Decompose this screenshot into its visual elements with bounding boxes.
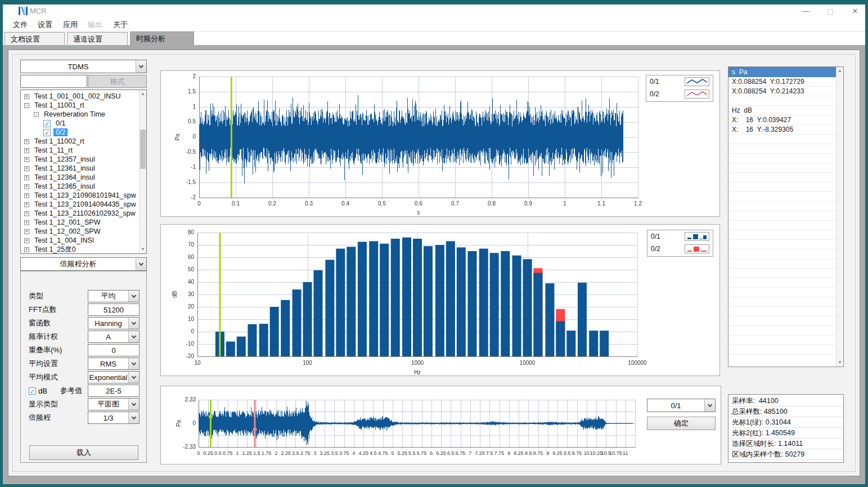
menu-settings[interactable]: 设置 xyxy=(32,18,58,32)
collapse-minus-icon[interactable]: - xyxy=(24,103,29,108)
tree-item-label[interactable]: Test 1_12_002_SPW xyxy=(32,227,102,235)
form-select[interactable]: 1/3 xyxy=(88,412,140,424)
tree-item-label[interactable]: 0/2 xyxy=(53,128,68,136)
tree-item[interactable]: +Test 1_001_001_002_INSU xyxy=(21,92,138,101)
filter-input[interactable] xyxy=(20,75,87,88)
chevron-down-icon[interactable] xyxy=(136,258,146,270)
expand-plus-icon[interactable]: + xyxy=(24,229,29,234)
tree-item-label[interactable]: Test 1_11001_rt xyxy=(32,101,87,109)
chevron-down-icon[interactable] xyxy=(128,318,139,329)
tree-item[interactable]: +Test 1_12361_insul xyxy=(21,164,138,173)
tree-item-label[interactable]: Test 1_11_rt xyxy=(32,146,75,154)
scroll-up-icon[interactable]: ▲ xyxy=(140,90,146,98)
expand-plus-icon[interactable]: + xyxy=(24,220,29,225)
form-input[interactable] xyxy=(88,303,140,316)
form-select[interactable]: 平面图 xyxy=(88,398,140,410)
expand-plus-icon[interactable]: + xyxy=(24,94,29,99)
tree-item-label[interactable]: Test 1_12_001_SPW xyxy=(32,218,102,226)
tree-scrollbar[interactable]: ▲ ▼ xyxy=(139,90,146,253)
tree-item[interactable]: +Test 1_123_210908101941_spw xyxy=(21,191,138,200)
scroll-down-icon[interactable]: ▼ xyxy=(836,359,843,367)
tree-item[interactable]: +Test 1_11002_rt xyxy=(21,137,138,146)
reading-row[interactable]: X:0.088254 Y:0.214233 xyxy=(728,87,836,96)
checkbox[interactable]: ✓ xyxy=(43,120,51,127)
tree-item-label[interactable]: Test 1_12365_insul xyxy=(32,182,97,190)
menu-file[interactable]: 文件 xyxy=(7,18,33,32)
close-button[interactable]: ✕ xyxy=(847,6,863,17)
tree-item-label[interactable]: Test 1_11002_rt xyxy=(32,137,87,145)
tree-item[interactable]: +Test 1_12364_insul xyxy=(21,173,138,182)
form-select[interactable]: RMS xyxy=(88,358,140,370)
tree-scrollbar-thumb[interactable] xyxy=(140,129,146,169)
tree-item[interactable]: +Test 1_12_001_SPW xyxy=(21,218,138,227)
full-record-canvas[interactable] xyxy=(161,386,721,464)
tree-item-label[interactable]: Reverberation Time xyxy=(42,110,107,118)
chevron-down-icon[interactable] xyxy=(128,291,139,302)
tree-item[interactable]: +Test 1_123_211026102932_spw xyxy=(21,209,138,218)
db-checkbox[interactable]: ✓ xyxy=(29,387,36,395)
tree-item-label[interactable]: Test 1_123_210914094435_spw xyxy=(32,200,138,208)
tab-channel-settings[interactable]: 通道设置 xyxy=(67,32,128,45)
tree-item-label[interactable]: Test 1_25度0 xyxy=(32,245,78,254)
expand-plus-icon[interactable]: + xyxy=(24,193,29,198)
tree-item-label[interactable]: 0/1 xyxy=(53,119,68,127)
tree-item[interactable]: ✓0/1 xyxy=(21,119,138,128)
reading-row[interactable]: X: 16 Y:0.039427 xyxy=(728,115,836,125)
tree-item-label[interactable]: Test 1_001_001_002_INSU xyxy=(32,92,123,100)
tree-item-label[interactable]: Test 1_1_004_INSI xyxy=(32,236,96,244)
analysis-type-select[interactable]: 倍频程分析 xyxy=(20,257,147,271)
expand-plus-icon[interactable]: + xyxy=(24,157,29,162)
form-select[interactable]: Exponential xyxy=(88,371,140,383)
load-button[interactable]: 载入 xyxy=(29,445,138,460)
form-select[interactable]: A xyxy=(88,330,140,343)
tree-item-label[interactable]: Test 1_123_211026102932_spw xyxy=(32,209,138,217)
expand-plus-icon[interactable]: + xyxy=(24,184,29,189)
channel-select[interactable]: 0/1 xyxy=(647,399,716,412)
collapse-minus-icon[interactable]: - xyxy=(34,112,39,117)
expand-plus-icon[interactable]: + xyxy=(24,247,29,252)
form-input[interactable] xyxy=(88,344,140,356)
chevron-down-icon[interactable] xyxy=(128,331,139,342)
tree-item-label[interactable]: Test 1_123_210908101941_spw xyxy=(32,191,138,199)
tree-item-label[interactable]: Test 1_12357_insul xyxy=(32,155,97,163)
tree-item[interactable]: +Test 1_12_002_SPW xyxy=(21,227,138,236)
tree-item[interactable]: +Test 1_11_rt xyxy=(21,146,138,155)
form-input[interactable] xyxy=(88,385,140,397)
readings-scrollbar[interactable]: ▲ ▼ xyxy=(836,67,843,367)
reading-row[interactable]: X: 16 Y:-8.329305 xyxy=(728,125,836,135)
scroll-down-icon[interactable]: ▼ xyxy=(140,245,146,253)
readings-header[interactable]: s Pa xyxy=(728,67,836,77)
time-waveform-canvas[interactable] xyxy=(161,71,719,216)
form-select[interactable]: 平均 xyxy=(88,290,140,302)
menu-about[interactable]: 关于 xyxy=(107,18,133,32)
chevron-down-icon[interactable] xyxy=(128,372,139,383)
tree-item[interactable]: -Reverberation Time xyxy=(21,110,138,119)
expand-plus-icon[interactable]: + xyxy=(24,211,29,216)
confirm-button[interactable]: 确定 xyxy=(647,417,716,430)
chevron-down-icon[interactable] xyxy=(128,358,139,369)
tab-document-settings[interactable]: 文档设置 xyxy=(5,32,65,45)
expand-plus-icon[interactable]: + xyxy=(24,202,29,207)
chevron-down-icon[interactable] xyxy=(128,399,139,410)
tree-item-label[interactable]: Test 1_12361_insul xyxy=(32,164,97,172)
tree-item[interactable]: +Test 1_25度0 xyxy=(21,245,138,254)
form-select[interactable]: Hanning xyxy=(88,317,140,329)
expand-plus-icon[interactable]: + xyxy=(24,166,29,171)
chevron-down-icon[interactable] xyxy=(704,399,715,412)
octave-spectrum-canvas[interactable] xyxy=(161,225,719,376)
tree-item[interactable]: ✓0/2 xyxy=(21,128,138,137)
reading-row[interactable] xyxy=(728,96,836,106)
tree-item[interactable]: +Test 1_123_210914094435_spw xyxy=(21,200,138,209)
tree-item-label[interactable]: Test 1_12364_insul xyxy=(32,173,97,181)
tree-item[interactable]: +Test 1_12365_insul xyxy=(21,182,138,191)
reading-row[interactable]: X:0.088254 Y:0.172729 xyxy=(728,77,836,87)
expand-plus-icon[interactable]: + xyxy=(24,175,29,180)
chevron-down-icon[interactable] xyxy=(136,60,146,73)
tree-item[interactable]: +Test 1_1_004_INSI xyxy=(21,236,138,245)
menu-apply[interactable]: 应用 xyxy=(57,18,83,32)
expand-plus-icon[interactable]: + xyxy=(24,238,29,243)
chevron-down-icon[interactable] xyxy=(128,412,139,423)
checkbox[interactable]: ✓ xyxy=(43,129,51,136)
expand-plus-icon[interactable]: + xyxy=(24,148,29,153)
reading-row[interactable]: Hz dB xyxy=(728,106,836,115)
